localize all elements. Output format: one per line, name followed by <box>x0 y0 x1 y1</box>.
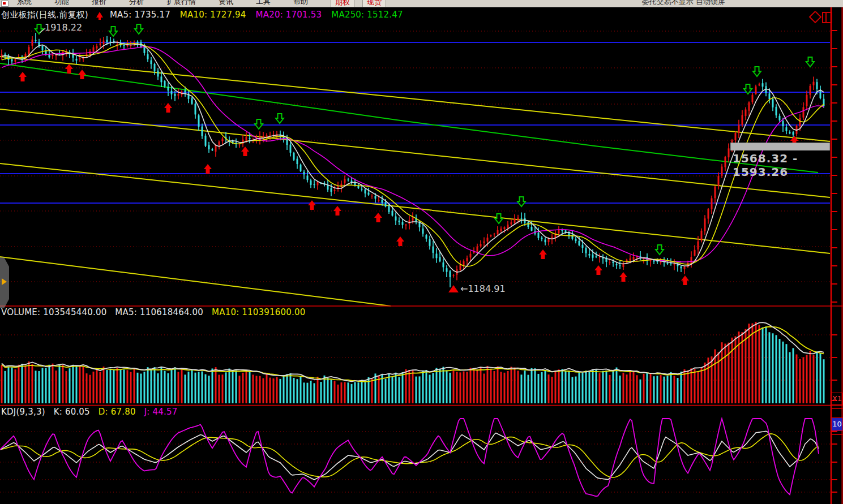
volume-value: VOLUME: 103545440.00 <box>1 307 106 317</box>
volume-ma5: MA5: 110618464.00 <box>115 307 203 317</box>
kdj-k-line <box>0 431 819 480</box>
sell-signal-arrows <box>35 24 814 255</box>
ma20-line <box>2 47 824 262</box>
sidebar-expand-handle[interactable] <box>0 257 9 308</box>
period-high-annotation: 1918.22 <box>45 22 82 33</box>
volume-bars <box>1 322 825 403</box>
period-low-annotation: ←1184.91 <box>460 283 506 294</box>
ma5-legend: MA5: 1735.17 <box>110 10 170 20</box>
volume-scale-label: X1 <box>831 393 843 405</box>
kdj-k-value: K: 60.05 <box>54 407 90 417</box>
ma5-line <box>2 42 824 272</box>
corner-icons-svg <box>805 11 833 26</box>
buy-signal-arrows <box>19 64 798 285</box>
ma250-line <box>0 63 818 173</box>
ma250-legend: MA250: 1512.47 <box>331 10 403 20</box>
kdj-d-line <box>0 434 819 477</box>
diamond-icon[interactable] <box>810 11 821 23</box>
gap-annotation-text: 1568.32 - 1593.26 <box>730 150 830 179</box>
chart-canvas <box>0 0 843 504</box>
ma10-line <box>2 44 824 266</box>
gap-annotation-bar <box>730 143 830 150</box>
expand-arrow-icon <box>2 278 7 285</box>
yellow-trendlines <box>0 57 830 306</box>
buy-signal-icon <box>96 12 103 18</box>
main-grid <box>0 31 830 282</box>
ma10-legend: MA10: 1727.94 <box>180 10 246 20</box>
kdj-name[interactable]: KDJ(9,3,3) <box>1 407 45 417</box>
trading-app-window: 系统功能报价分析扩展行情资讯工具帮助期权现货 委托交易不显示 自动锁屏 创业板指… <box>0 0 843 504</box>
volume-header: VOLUME: 103545440.00 MA5: 110618464.00 M… <box>1 307 311 317</box>
instrument-title[interactable]: 创业板指(日线.前复权) <box>1 10 88 20</box>
kdj-scale-label: 10 <box>831 417 843 431</box>
ma20-legend: MA20: 1701.53 <box>256 10 322 20</box>
kdj-j-value: J: 44.57 <box>144 407 178 417</box>
main-chart-header: 创业板指(日线.前复权)MA5: 1735.17 MA10: 1727.94 M… <box>1 10 410 20</box>
volume-ma10: MA10: 110391600.00 <box>212 307 305 317</box>
candle-wicks <box>2 33 824 287</box>
split-window-icon[interactable] <box>823 12 832 23</box>
kdj-header: KDJ(9,3,3) K: 60.05 D: 67.80 J: 44.57 <box>1 407 183 417</box>
gap-annotation: 1568.32 - 1593.26 <box>730 143 830 167</box>
kdj-j-line <box>0 419 819 496</box>
kdj-d-value: D: 67.80 <box>99 407 136 417</box>
